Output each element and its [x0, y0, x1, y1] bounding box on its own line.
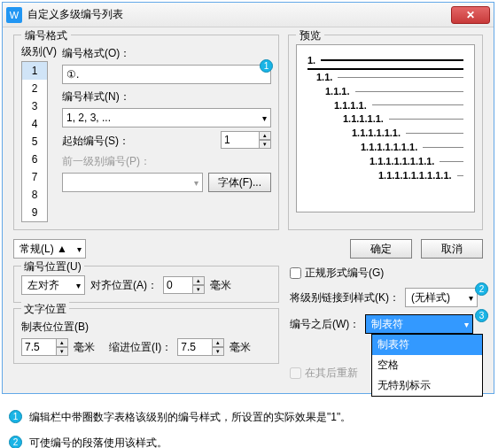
text-group-title: 文字位置	[21, 302, 69, 317]
spin-up-icon[interactable]: ▴	[212, 338, 224, 347]
num-format-label: 编号格式(O)：	[62, 46, 271, 61]
dropdown-item[interactable]: 制表符	[372, 335, 482, 355]
preview-group: 预览 1.1.1.1.1.1.1.1.1.1.1.1.1.1.1.1.1.1.1…	[288, 35, 483, 230]
num-style-combo[interactable]: 1, 2, 3, ...	[62, 108, 271, 127]
app-icon: W	[6, 7, 22, 23]
after-num-combo[interactable]: 制表符	[365, 314, 473, 334]
level-item[interactable]: 9	[22, 204, 47, 221]
badge-2-icon: 2	[475, 282, 488, 296]
align-unit: 毫米	[210, 278, 231, 293]
formal-checkbox-input[interactable]	[290, 267, 301, 279]
tab-unit: 毫米	[74, 340, 95, 355]
indent-label: 缩进位置(I)：	[109, 340, 172, 355]
tab-label: 制表位位置(B)	[21, 320, 271, 335]
level-item[interactable]: 2	[22, 80, 47, 97]
align-pos-spinner[interactable]: ▴▾	[163, 276, 205, 294]
level-item[interactable]: 3	[22, 97, 47, 115]
formal-label: 正规形式编号(G)	[305, 266, 384, 281]
level-item[interactable]: 5	[22, 133, 47, 151]
indent-unit: 毫米	[230, 340, 251, 355]
level-list[interactable]: 123456789	[21, 61, 48, 222]
titlebar: W 自定义多级编号列表 ✕	[3, 3, 494, 27]
start-at-input[interactable]	[221, 131, 260, 149]
align-combo[interactable]: 左对齐	[21, 275, 85, 295]
start-at-spinner[interactable]: ▴▾	[221, 131, 271, 149]
window-title: 自定义多级编号列表	[27, 7, 451, 22]
close-button[interactable]: ✕	[451, 6, 490, 24]
preview-group-title: 预览	[296, 28, 324, 43]
spin-down-icon[interactable]: ▾	[212, 347, 224, 356]
note-1: 编辑栏中带圈数字表格该级别的编号样式，所设置的实际效果是"1"。	[29, 410, 351, 425]
position-group-title: 编号位置(U)	[21, 259, 84, 274]
start-at-label: 起始编号(S)：	[62, 134, 215, 149]
dropdown-item[interactable]: 空格	[372, 355, 482, 375]
spin-up-icon[interactable]: ▴	[56, 338, 68, 347]
spin-up-icon[interactable]: ▴	[192, 276, 205, 285]
preview-box: 1.1.1.1.1.1.1.1.1.1.1.1.1.1.1.1.1.1.1.1.…	[296, 44, 475, 212]
align-pos-label: 对齐位置(A)：	[90, 278, 158, 293]
note-badge-2-icon: 2	[9, 436, 22, 448]
after-num-dropdown[interactable]: 制表符空格无特别标示	[371, 334, 483, 397]
format-group-title: 编号格式	[21, 28, 71, 43]
footnotes: 1编辑栏中带圈数字表格该级别的编号样式，所设置的实际效果是"1"。 2可使编号的…	[2, 410, 496, 448]
tab-input[interactable]	[21, 338, 57, 356]
dropdown-item[interactable]: 无特别标示	[372, 375, 482, 396]
dialog-window: W 自定义多级编号列表 ✕ 编号格式 级别(V) 123456789 编号格式(…	[2, 2, 494, 394]
level-label: 级别(V)	[21, 44, 57, 59]
note-2: 可使编号的段落使用该样式。	[29, 436, 167, 448]
format-group: 编号格式 级别(V) 123456789 编号格式(O)： ①. 1 编号样式(…	[13, 35, 279, 230]
link-style-label: 将级别链接到样式(K)：	[290, 290, 400, 305]
level-item[interactable]: 7	[22, 168, 47, 186]
level-item[interactable]: 8	[22, 186, 47, 204]
prev-level-combo	[62, 173, 203, 192]
note-badge-1-icon: 1	[9, 410, 22, 423]
font-button[interactable]: 字体(F)...	[208, 173, 271, 192]
ok-button[interactable]: 确定	[350, 239, 412, 259]
formal-checkbox[interactable]: 正规形式编号(G)	[290, 266, 483, 281]
level-item[interactable]: 6	[22, 151, 47, 168]
level-item[interactable]: 4	[22, 115, 47, 133]
after-num-label: 编号之后(W)：	[290, 317, 360, 332]
num-format-input[interactable]: ①.	[62, 65, 271, 84]
spin-down-icon[interactable]: ▾	[192, 285, 205, 294]
indent-input[interactable]	[177, 338, 213, 356]
dialog-body: 编号格式 级别(V) 123456789 编号格式(O)： ①. 1 编号样式(…	[3, 27, 494, 393]
restart-checkbox-input	[290, 367, 301, 379]
spin-down-icon[interactable]: ▾	[56, 347, 68, 356]
normal-button[interactable]: 常规(L) ▲	[13, 239, 86, 259]
level-item[interactable]: 1	[22, 62, 47, 80]
badge-1-icon: 1	[260, 59, 273, 73]
text-position-group: 文字位置 制表位位置(B) ▴▾ 毫米 缩进位置(I)： ▴▾ 毫	[13, 308, 279, 364]
indent-spinner[interactable]: ▴▾	[177, 338, 224, 356]
position-group: 编号位置(U) 左对齐 对齐位置(A)： ▴▾ 毫米	[13, 266, 279, 303]
restart-label: 在其后重新	[305, 366, 358, 381]
spin-down-icon[interactable]: ▾	[259, 140, 271, 149]
badge-3-icon: 3	[475, 309, 488, 322]
num-style-label: 编号样式(N)：	[62, 89, 271, 104]
tab-spinner[interactable]: ▴▾	[21, 338, 68, 356]
link-style-combo[interactable]: (无样式)	[405, 288, 478, 307]
prev-level-label: 前一级别编号(P)：	[62, 154, 271, 169]
cancel-button[interactable]: 取消	[421, 239, 483, 259]
align-pos-input[interactable]	[163, 276, 193, 294]
spin-up-icon[interactable]: ▴	[259, 131, 271, 140]
